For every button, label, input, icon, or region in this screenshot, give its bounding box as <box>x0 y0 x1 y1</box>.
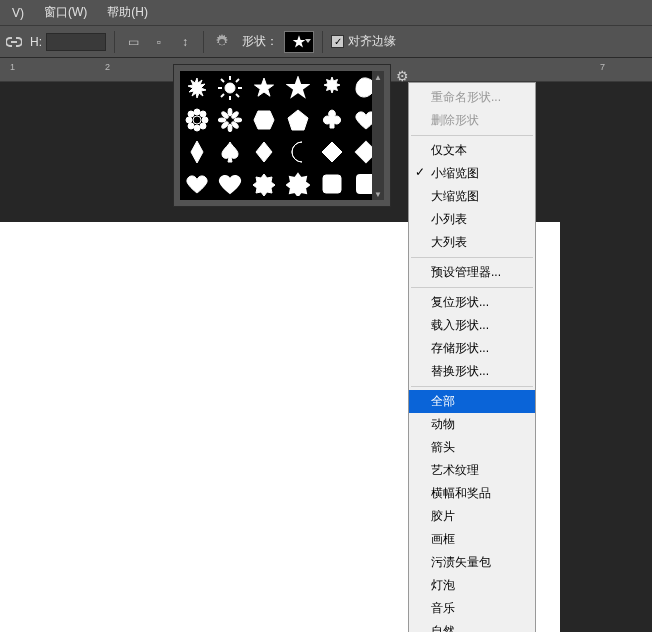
svg-point-13 <box>202 117 208 123</box>
link-icon[interactable] <box>4 32 24 52</box>
menu-item[interactable]: 动物 <box>409 413 535 436</box>
shape-moon[interactable] <box>282 136 313 167</box>
shape-diamond[interactable] <box>249 136 280 167</box>
svg-point-15 <box>200 111 206 117</box>
shape-hexagon[interactable] <box>249 104 280 135</box>
shape-star10[interactable] <box>316 72 347 103</box>
shape-label: 形状： <box>242 33 278 50</box>
svg-point-19 <box>228 124 232 132</box>
shape-heart-outline[interactable] <box>215 168 246 199</box>
shape-diamond-square[interactable] <box>316 136 347 167</box>
svg-point-14 <box>188 111 194 117</box>
shape-sun[interactable] <box>215 72 246 103</box>
shape-pentagon[interactable] <box>282 104 313 135</box>
menu-item: 删除形状 <box>409 109 535 132</box>
menu-item[interactable]: 污渍矢量包 <box>409 551 535 574</box>
svg-point-20 <box>218 118 226 122</box>
svg-point-11 <box>194 125 200 131</box>
menu-item[interactable]: 艺术纹理 <box>409 459 535 482</box>
scroll-up-icon[interactable]: ▲ <box>372 71 384 83</box>
options-toolbar: H: ▭ ▫ ↕ 形状： ✓ 对齐边缘 <box>0 26 652 58</box>
svg-point-10 <box>194 109 200 115</box>
svg-point-9 <box>193 116 201 124</box>
menu-item[interactable]: 预设管理器... <box>409 261 535 284</box>
svg-point-0 <box>225 83 235 93</box>
gear-icon[interactable] <box>212 32 232 52</box>
shape-diamond-tall[interactable] <box>181 136 212 167</box>
menu-separator <box>411 135 533 136</box>
svg-line-8 <box>236 79 239 82</box>
align-edges-label: 对齐边缘 <box>348 33 396 50</box>
ruler-tick: 2 <box>105 62 110 72</box>
scroll-down-icon[interactable]: ▼ <box>372 188 384 200</box>
height-input[interactable] <box>46 33 106 51</box>
svg-point-21 <box>234 118 242 122</box>
shape-flower8-outline[interactable] <box>282 168 313 199</box>
menu-item: 重命名形状... <box>409 86 535 109</box>
menu-item[interactable]: 替换形状... <box>409 360 535 383</box>
svg-point-12 <box>186 117 192 123</box>
menu-separator <box>411 386 533 387</box>
menu-item[interactable]: 复位形状... <box>409 291 535 314</box>
shape-context-menu: 重命名形状...删除形状仅文本小缩览图大缩览图小列表大列表预设管理器...复位形… <box>408 82 536 632</box>
shape-star-outline[interactable] <box>282 72 313 103</box>
align-edges-checkbox[interactable]: ✓ 对齐边缘 <box>331 33 396 50</box>
svg-line-7 <box>221 94 224 97</box>
svg-line-5 <box>221 79 224 82</box>
svg-rect-26 <box>323 175 341 193</box>
menu-help[interactable]: 帮助(H) <box>97 0 158 25</box>
menu-item[interactable]: 箭头 <box>409 436 535 459</box>
shape-spade[interactable] <box>215 136 246 167</box>
height-field[interactable]: H: <box>30 33 106 51</box>
menu-item[interactable]: 自然 <box>409 620 535 632</box>
ruler-tick: 1 <box>10 62 15 72</box>
ruler-tick: 7 <box>600 62 605 72</box>
shape-sunflower[interactable] <box>181 104 212 135</box>
shape-burst[interactable] <box>181 72 212 103</box>
shape-club[interactable] <box>316 104 347 135</box>
menu-window[interactable]: 窗口(W) <box>34 0 97 25</box>
svg-line-6 <box>236 94 239 97</box>
menu-item[interactable]: 音乐 <box>409 597 535 620</box>
menu-item[interactable]: 胶片 <box>409 505 535 528</box>
menu-item[interactable]: 横幅和奖品 <box>409 482 535 505</box>
svg-point-16 <box>188 123 194 129</box>
arrange-icon[interactable]: ↕ <box>175 32 195 52</box>
menu-item[interactable]: 存储形状... <box>409 337 535 360</box>
menu-item[interactable]: 仅文本 <box>409 139 535 162</box>
align-icon-1[interactable]: ▭ <box>123 32 143 52</box>
menu-view[interactable]: V) <box>2 2 34 24</box>
shape-scrollbar[interactable]: ▲ ▼ <box>372 71 384 200</box>
menu-item[interactable]: 小列表 <box>409 208 535 231</box>
shape-heart-filled2[interactable] <box>181 168 212 199</box>
menubar: V) 窗口(W) 帮助(H) <box>0 0 652 26</box>
menu-item[interactable]: 小缩览图 <box>409 162 535 185</box>
menu-separator <box>411 287 533 288</box>
shape-picker-panel: ▲ ▼ <box>173 64 391 207</box>
menu-item[interactable]: 画框 <box>409 528 535 551</box>
svg-point-18 <box>228 108 232 116</box>
svg-point-17 <box>200 123 206 129</box>
shape-square-filled[interactable] <box>316 168 347 199</box>
shape-star-filled[interactable] <box>249 72 280 103</box>
menu-item[interactable]: 大缩览图 <box>409 185 535 208</box>
menu-item[interactable]: 灯泡 <box>409 574 535 597</box>
shape-picker[interactable] <box>284 31 314 53</box>
menu-item[interactable]: 大列表 <box>409 231 535 254</box>
menu-item[interactable]: 载入形状... <box>409 314 535 337</box>
checkbox-icon: ✓ <box>331 35 344 48</box>
align-icon-2[interactable]: ▫ <box>149 32 169 52</box>
menu-separator <box>411 257 533 258</box>
menu-item[interactable]: 全部 <box>409 390 535 413</box>
height-label: H: <box>30 35 42 49</box>
shape-grid <box>180 71 384 200</box>
shape-sunflower2[interactable] <box>215 104 246 135</box>
shape-flower8[interactable] <box>249 168 280 199</box>
